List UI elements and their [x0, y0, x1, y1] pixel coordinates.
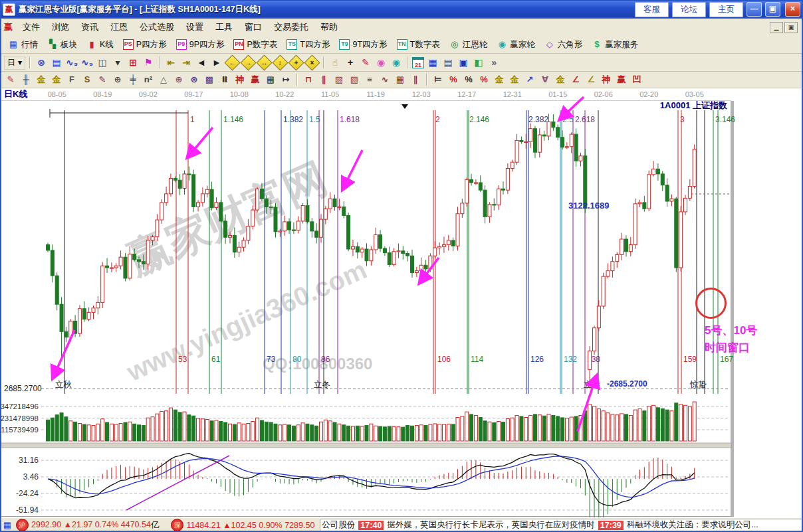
toolbar-button-winner-wheel[interactable]: ◉赢家轮: [493, 39, 539, 51]
toolbar-button-pen[interactable]: ✎: [359, 56, 372, 69]
gann-draw-tool-40[interactable]: 神: [600, 73, 613, 86]
toolbar-button-kline[interactable]: ▮K线: [82, 39, 118, 51]
toolbar-button-diamond-x[interactable]: ×: [304, 54, 320, 70]
gann-draw-tool-0[interactable]: ✎: [4, 73, 17, 86]
gann-draw-tool-32[interactable]: %: [477, 73, 491, 86]
toolbar-button-hexagon[interactable]: ◇六角形: [540, 39, 587, 51]
close-button[interactable]: ×: [785, 2, 800, 17]
gann-draw-tool-22[interactable]: ▨: [332, 73, 346, 86]
mdi-restore-button[interactable]: ▣: [784, 22, 798, 33]
gann-draw-tool-11[interactable]: ⊕: [172, 73, 185, 86]
gann-draw-tool-17[interactable]: ▦: [264, 73, 277, 86]
gann-draw-tool-39[interactable]: ∠: [584, 73, 598, 86]
toolbar-button-diamond-lr[interactable]: ↔: [257, 54, 273, 70]
titlebar-link-主页[interactable]: 主页: [709, 2, 743, 17]
gann-draw-tool-41[interactable]: 赢: [615, 73, 628, 86]
toolbar-button-brain-pink[interactable]: ◉: [374, 56, 388, 69]
gann-draw-tool-20[interactable]: ⊓: [302, 73, 315, 86]
gann-draw-tool-16[interactable]: 赢: [249, 73, 262, 86]
gann-draw-tool-10[interactable]: △: [157, 73, 170, 86]
gann-draw-tool-36[interactable]: ∀: [538, 73, 552, 86]
toolbar-button-snapshot[interactable]: ◧: [472, 56, 485, 69]
titlebar-link-客服[interactable]: 客服: [635, 2, 669, 17]
menu-item-江恩[interactable]: 江恩: [104, 19, 134, 35]
toolbar-button-wave-9[interactable]: ∿₉: [80, 56, 94, 69]
toolbar-button-t-square[interactable]: TST四方形: [283, 39, 334, 51]
toolbar-button-9t-square[interactable]: T99T四方形: [335, 39, 391, 51]
gann-draw-tool-13[interactable]: ▩: [203, 73, 216, 86]
shanghai-index-quote[interactable]: 2992.90 ▲21.97 0.74% 4470.54亿: [31, 519, 159, 531]
gann-draw-tool-29[interactable]: ⊨: [431, 73, 445, 86]
mdi-minimize-button[interactable]: ▁: [770, 22, 783, 33]
toolbar-button-t-table[interactable]: TNT数字表: [393, 39, 444, 51]
toolbar-button-save[interactable]: ▣: [457, 56, 470, 69]
gann-draw-tool-31[interactable]: %: [462, 73, 475, 86]
menu-item-资讯[interactable]: 资讯: [75, 19, 104, 35]
gann-draw-tool-6[interactable]: ✎: [96, 73, 109, 86]
toolbar-button-dropdown-more[interactable]: ▾: [111, 56, 124, 69]
gann-draw-tool-18[interactable]: ↦: [279, 73, 292, 86]
gann-draw-tool-1[interactable]: ╫: [19, 73, 33, 86]
gann-draw-tool-37[interactable]: 金: [554, 73, 567, 86]
gann-draw-tool-21[interactable]: ∥: [317, 73, 330, 86]
toolbar-button-calendar[interactable]: 21: [412, 57, 424, 68]
toolbar-button-9p-square[interactable]: P99P四方形: [172, 39, 229, 51]
gann-draw-tool-38[interactable]: ∠: [569, 73, 582, 86]
toolbar-button-quotes[interactable]: ▦行情: [4, 39, 42, 51]
toolbar-button-hand[interactable]: ☝: [328, 56, 342, 69]
toolbar-button-info[interactable]: ▤: [50, 56, 63, 69]
toolbar-button-first-bar[interactable]: ⇤: [164, 56, 177, 69]
menu-item-帮助[interactable]: 帮助: [314, 19, 344, 35]
toolbar-button-sectors[interactable]: ▚板块: [43, 39, 81, 51]
toolbar-button-brain-teal[interactable]: ◉: [390, 56, 403, 69]
toolbar-button-calculator[interactable]: ▦: [426, 56, 439, 69]
toolbar-button-winner-service[interactable]: $赢家服务: [588, 39, 642, 51]
toolbar-button-overlay[interactable]: ⊗: [35, 56, 48, 69]
maximize-button[interactable]: ▣: [765, 2, 780, 17]
toolbar-button-next-bar[interactable]: ►: [210, 56, 223, 69]
gann-draw-tool-3[interactable]: 金: [50, 73, 63, 86]
gann-draw-tool-35[interactable]: ↗: [523, 73, 536, 86]
gann-draw-tool-33[interactable]: 金: [493, 73, 506, 86]
gann-draw-tool-5[interactable]: S: [80, 73, 94, 86]
toolbar-button-gann-wheel[interactable]: ◎江恩轮: [445, 39, 492, 51]
toolbar-button-p-table[interactable]: PNP数字表: [229, 39, 281, 51]
gann-draw-tool-12[interactable]: ⊛: [187, 73, 201, 86]
menu-item-工具[interactable]: 工具: [209, 19, 239, 35]
toolbar-button-crosshair[interactable]: +: [344, 56, 357, 69]
gann-draw-tool-8[interactable]: ╪: [126, 73, 140, 86]
menu-item-公式选股[interactable]: 公式选股: [134, 19, 180, 35]
gann-draw-tool-26[interactable]: ▦: [394, 73, 407, 86]
gann-draw-tool-34[interactable]: 金: [508, 73, 521, 86]
menu-item-窗口[interactable]: 窗口: [239, 19, 268, 35]
gann-draw-tool-4[interactable]: F: [65, 73, 78, 86]
toolbar-button-diamond-right[interactable]: →: [241, 54, 257, 70]
menu-item-设置[interactable]: 设置: [180, 19, 209, 35]
toolbar-button-range-stats[interactable]: ⊞: [126, 56, 140, 69]
keyboard-grid-icon[interactable]: ▦: [1, 520, 13, 531]
toolbar-button-diamond-ud[interactable]: ↕: [273, 54, 288, 70]
news-ticker[interactable]: 公司股份17:40据外媒，英国央行行长卡尼表示，英国央行在应对疫情时17:39科…: [320, 519, 802, 531]
gann-draw-tool-14[interactable]: Ⅱ: [218, 73, 231, 86]
menu-item-浏览[interactable]: 浏览: [46, 19, 75, 35]
chart-canvas[interactable]: 赢家财富网www.yingjia360.comQQ:10080036008-05…: [0, 88, 803, 517]
gann-draw-tool-15[interactable]: 神: [233, 73, 247, 86]
toolbar-button-diamond-plus[interactable]: +: [288, 54, 304, 70]
menu-item-交易委托[interactable]: 交易委托: [268, 19, 314, 35]
toolbar-button-last-bar[interactable]: ⇥: [179, 56, 193, 69]
minimize-button[interactable]: —: [746, 2, 762, 17]
titlebar-link-论坛[interactable]: 论坛: [672, 2, 706, 17]
shenzhen-index-quote[interactable]: 11484.21 ▲102.45 0.90% 7289.50: [186, 521, 314, 530]
gann-draw-tool-7[interactable]: ⊕: [111, 73, 124, 86]
gann-draw-tool-42[interactable]: 凹: [630, 73, 643, 86]
toolbar-button-notepad[interactable]: ▤: [441, 56, 455, 69]
gann-draw-tool-27[interactable]: ∥: [409, 73, 422, 86]
toolbar-button-flag[interactable]: ⚑: [142, 56, 155, 69]
gann-draw-tool-23[interactable]: ▧: [348, 73, 361, 86]
gann-draw-tool-2[interactable]: 金: [35, 73, 48, 86]
menu-item-文件[interactable]: 文件: [17, 19, 46, 35]
gann-draw-tool-24[interactable]: ≡: [363, 73, 376, 86]
toolbar-button-prev-bar[interactable]: ◄: [195, 56, 208, 69]
toolbar-button-send[interactable]: »: [487, 56, 501, 69]
gann-draw-tool-9[interactable]: n²: [142, 73, 155, 86]
